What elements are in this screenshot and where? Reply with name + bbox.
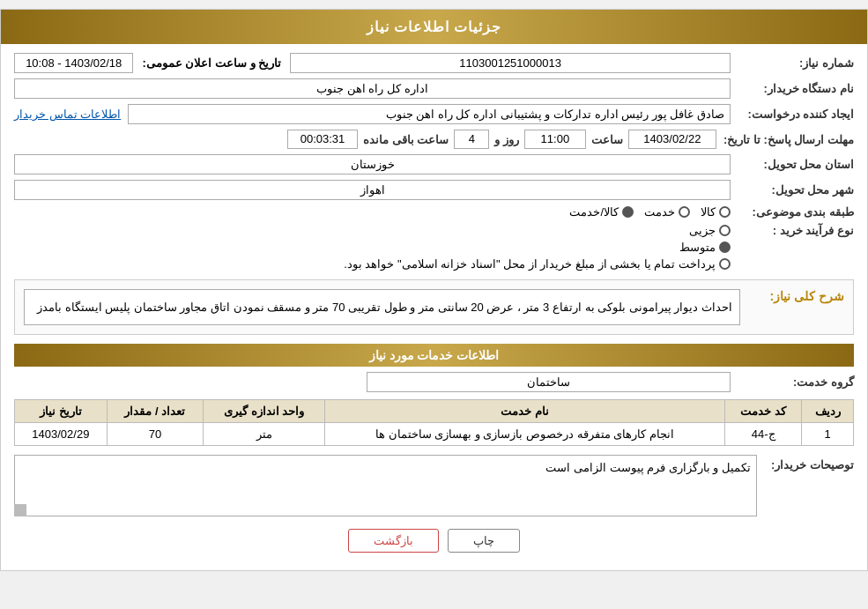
category-label-khedmat: خدمت [644,205,675,219]
col-header-name: نام خدمت [325,400,725,423]
services-table: ردیف کد خدمت نام خدمت واحد اندازه گیری ت… [14,399,854,446]
category-radio-kala[interactable]: کالا [701,205,731,219]
page-title: جزئیات اطلاعات نیاز [1,10,867,44]
services-section-title: اطلاعات خدمات مورد نیاز [14,344,854,367]
purchase-type-radio-jozii[interactable]: جزیی [344,224,731,237]
response-days-label: روز و [494,133,519,146]
purchase-type-options: جزیی متوسط پرداخت تمام یا بخشی از مبلغ خ… [344,224,731,271]
cell-name: انجام کارهای متفرقه درخصوص بازسازی و بهس… [325,423,725,446]
org-name-label: نام دستگاه خریدار: [731,82,854,95]
group-value: ساختمان [367,372,731,392]
col-header-qty: تعداد / مقدار [107,400,203,423]
description-text: احداث دیوار پیرامونی بلوکی به ارتفاع 3 م… [24,289,740,325]
purchase-type-label-motavaset: متوسط [679,241,716,254]
category-radio-khedmat[interactable]: خدمت [644,205,690,219]
purchase-type-label: نوع فرآیند خرید : [731,224,854,237]
table-row: 1 ج-44 انجام کارهای متفرقه درخصوص بازساز… [15,423,854,446]
purchase-type-circle-jozii [719,225,731,236]
cell-code: ج-44 [724,423,801,446]
col-header-code: کد خدمت [724,400,801,423]
city-label: شهر محل تحویل: [731,183,854,197]
response-date-value: 1403/02/22 [628,130,716,149]
back-button[interactable]: بازگشت [348,529,439,553]
response-time-value: 11:00 [524,130,586,149]
col-header-row: ردیف [802,400,854,423]
city-value: اهواز [14,180,731,200]
col-header-date: تاریخ نیاز [15,400,108,423]
col-header-unit: واحد اندازه گیری [204,400,325,423]
need-number-value: 1103001251000013 [290,53,731,73]
purchase-type-label-asnad: پرداخت تمام یا بخشی از مبلغ خریدار از مح… [344,257,716,271]
purchase-type-radio-motavaset[interactable]: متوسط [344,241,731,254]
description-label: شرح کلی نیاز: [747,289,844,303]
textarea-resize-handle [14,504,26,516]
category-options: کالا خدمت کالا/خدمت [569,205,731,219]
creator-link[interactable]: اطلاعات تماس خریدار [14,108,121,121]
creator-value: صادق غافل پور رئیس اداره تدارکات و پشتیب… [128,104,731,124]
group-label: گروه خدمت: [731,375,854,389]
purchase-type-circle-motavaset [719,241,731,253]
cell-unit: متر [204,423,325,446]
category-radio-circle-khedmat [679,206,690,218]
cell-row: 1 [802,423,854,446]
category-radio-circle-kala [719,206,731,218]
buyer-comments-text: تکمیل و بارگزاری فرم پیوست الزامی است [14,455,757,516]
category-radio-circle-kala-khedmat [622,206,634,218]
creator-label: ایجاد کننده درخواست: [731,108,854,121]
purchase-type-radio-asnad[interactable]: پرداخت تمام یا بخشی از مبلغ خریدار از مح… [344,257,731,271]
category-label-kala-khedmat: کالا/خدمت [569,205,619,219]
response-remaining-value: 00:03:31 [287,130,358,149]
category-label-kala: کالا [701,205,716,219]
purchase-type-circle-asnad [719,258,731,270]
org-name-value: اداره کل راه اهن جنوب [14,78,731,99]
purchase-type-label-jozii: جزیی [689,224,716,237]
province-value: خوزستان [14,154,731,175]
date-label: تاریخ و ساعت اعلان عمومی: [142,56,281,70]
cell-date: 1403/02/29 [15,423,108,446]
print-button[interactable]: چاپ [448,529,520,553]
category-label: طبقه بندی موضوعی: [731,205,854,219]
category-radio-kala-khedmat[interactable]: کالا/خدمت [569,205,634,219]
date-value: 1403/02/18 - 10:08 [14,53,133,73]
response-date-label: مهلت ارسال پاسخ: تا تاریخ: [716,133,854,146]
buyer-comments-label: توصیحات خریدار: [757,455,854,472]
cell-qty: 70 [107,423,203,446]
province-label: استان محل تحویل: [731,158,854,171]
need-number-label: شماره نیاز: [731,56,854,70]
response-remaining-label: ساعت باقی مانده [363,133,449,146]
response-days-value: 4 [454,130,489,149]
response-time-label: ساعت [591,133,623,146]
